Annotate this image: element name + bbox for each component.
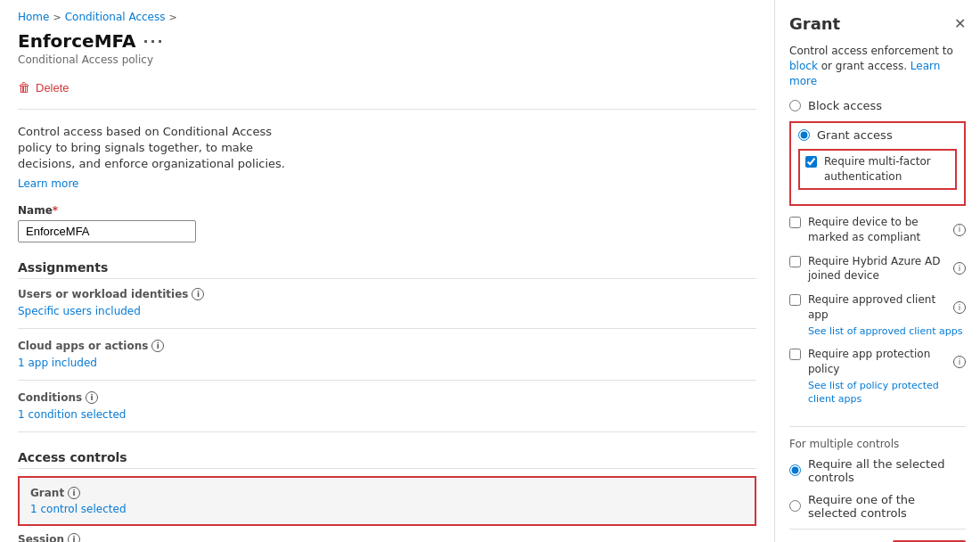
require-one-label: Require one of the selected controls bbox=[808, 493, 966, 520]
mfa-checkbox-wrapper: Require multi-factor authentication bbox=[798, 149, 957, 190]
app-protection-link[interactable]: See list of policy protected client apps bbox=[808, 379, 966, 406]
require-all-label: Require all the selected controls bbox=[808, 457, 966, 484]
assignments-header: Assignments bbox=[18, 260, 756, 279]
block-access-radio[interactable] bbox=[789, 100, 801, 111]
grant-panel: Grant ✕ Control access enforcement to bl… bbox=[775, 0, 980, 542]
conditions-info-icon[interactable]: i bbox=[86, 391, 98, 404]
require-all-radio[interactable] bbox=[789, 464, 801, 476]
divider-1 bbox=[18, 328, 756, 329]
mfa-option[interactable]: Require multi-factor authentication bbox=[805, 154, 950, 185]
hybrid-azure-checkbox[interactable] bbox=[789, 256, 801, 267]
block-access-label: Block access bbox=[808, 99, 882, 112]
breadcrumb: Home > Conditional Access > bbox=[18, 11, 756, 23]
delete-button[interactable]: 🗑 Delete bbox=[18, 77, 69, 98]
app-protection-text: Require app protection policy i See list… bbox=[808, 347, 966, 406]
page-title-row: EnforceMFA ··· bbox=[18, 30, 756, 52]
cloud-apps-section: Cloud apps or actions i 1 app included bbox=[18, 340, 756, 369]
users-info-icon[interactable]: i bbox=[192, 288, 204, 300]
session-info-icon[interactable]: i bbox=[68, 533, 80, 542]
close-button[interactable]: ✕ bbox=[954, 17, 966, 31]
hybrid-azure-text: Require Hybrid Azure AD joined device i bbox=[808, 254, 966, 284]
users-value[interactable]: Specific users included bbox=[18, 305, 141, 317]
description-learn-more[interactable]: Learn more bbox=[18, 177, 78, 190]
grant-panel-title-row: Grant ✕ bbox=[789, 14, 966, 33]
device-compliant-checkbox[interactable] bbox=[789, 217, 801, 228]
breadcrumb-home[interactable]: Home bbox=[18, 11, 49, 23]
multiple-controls-section: For multiple controls Require all the se… bbox=[789, 426, 966, 529]
grant-box[interactable]: Grant i 1 control selected bbox=[18, 476, 756, 526]
access-controls-section: Access controls Grant i 1 control select… bbox=[18, 450, 756, 542]
device-compliant-text: Require device to be marked as compliant… bbox=[808, 215, 966, 245]
app-protection-checkbox[interactable] bbox=[789, 349, 801, 360]
require-one-radio[interactable] bbox=[789, 500, 801, 512]
conditions-label: Conditions i bbox=[18, 391, 756, 404]
approved-client-checkbox[interactable] bbox=[789, 294, 801, 306]
session-box[interactable]: Session i 0 controls selected bbox=[18, 526, 756, 542]
multiple-controls-label: For multiple controls bbox=[789, 438, 966, 450]
device-compliant-option[interactable]: Require device to be marked as compliant… bbox=[789, 215, 966, 245]
grant-access-radio[interactable] bbox=[798, 129, 810, 141]
approved-client-option[interactable]: Require approved client app i See list o… bbox=[789, 292, 966, 338]
conditions-section: Conditions i 1 condition selected bbox=[18, 391, 756, 421]
grant-panel-title: Grant bbox=[789, 14, 840, 33]
divider-2 bbox=[18, 380, 756, 381]
grant-box-title: Grant i bbox=[30, 487, 744, 499]
grant-access-option[interactable]: Grant access bbox=[798, 128, 957, 142]
approved-client-info[interactable]: i bbox=[953, 301, 966, 314]
conditions-value[interactable]: 1 condition selected bbox=[18, 408, 126, 421]
grant-access-label: Grant access bbox=[817, 128, 893, 142]
breadcrumb-sep2: > bbox=[169, 12, 177, 23]
approved-client-link[interactable]: See list of approved client apps bbox=[808, 324, 966, 338]
grant-box-value: 1 control selected bbox=[30, 503, 744, 515]
hybrid-azure-info[interactable]: i bbox=[953, 262, 966, 275]
panel-description: Control access enforcement to block or g… bbox=[789, 44, 966, 88]
users-section: Users or workload identities i Specific … bbox=[18, 288, 756, 317]
name-input[interactable] bbox=[18, 220, 196, 242]
access-controls-header: Access controls bbox=[18, 450, 756, 469]
grant-info-icon[interactable]: i bbox=[68, 487, 80, 499]
toolbar: 🗑 Delete bbox=[18, 77, 756, 110]
page-title: EnforceMFA bbox=[18, 30, 135, 52]
require-one-option[interactable]: Require one of the selected controls bbox=[789, 493, 966, 520]
page-subtitle: Conditional Access policy bbox=[18, 53, 756, 66]
users-label: Users or workload identities i bbox=[18, 288, 756, 300]
require-all-option[interactable]: Require all the selected controls bbox=[789, 457, 966, 484]
app-protection-info[interactable]: i bbox=[953, 356, 966, 368]
left-panel: Home > Conditional Access > EnforceMFA ·… bbox=[0, 0, 775, 542]
delete-icon: 🗑 bbox=[18, 80, 30, 94]
name-field-section: Name* bbox=[18, 204, 756, 242]
required-marker: * bbox=[53, 204, 58, 217]
approved-client-text: Require approved client app i See list o… bbox=[808, 292, 966, 338]
block-link[interactable]: block bbox=[789, 60, 818, 72]
grant-access-group: Grant access Require multi-factor authen… bbox=[789, 121, 966, 206]
breadcrumb-conditional-access[interactable]: Conditional Access bbox=[65, 11, 166, 23]
cloud-apps-value[interactable]: 1 app included bbox=[18, 357, 97, 369]
delete-label: Delete bbox=[36, 81, 69, 94]
cloud-apps-info-icon[interactable]: i bbox=[151, 340, 164, 352]
session-box-title: Session i bbox=[18, 533, 756, 542]
panel-footer: Select bbox=[789, 529, 966, 542]
breadcrumb-sep1: > bbox=[53, 12, 61, 23]
mfa-label: Require multi-factor authentication bbox=[824, 154, 950, 185]
name-field-label: Name* bbox=[18, 204, 756, 217]
device-compliant-info[interactable]: i bbox=[953, 224, 966, 236]
app-protection-option[interactable]: Require app protection policy i See list… bbox=[789, 347, 966, 406]
block-access-option[interactable]: Block access bbox=[789, 99, 966, 112]
hybrid-azure-option[interactable]: Require Hybrid Azure AD joined device i bbox=[789, 254, 966, 284]
ellipsis-menu[interactable]: ··· bbox=[143, 33, 164, 50]
divider-3 bbox=[18, 431, 756, 432]
cloud-apps-label: Cloud apps or actions i bbox=[18, 340, 756, 352]
description-text: Control access based on Conditional Acce… bbox=[18, 124, 303, 173]
mfa-checkbox[interactable] bbox=[805, 156, 817, 168]
